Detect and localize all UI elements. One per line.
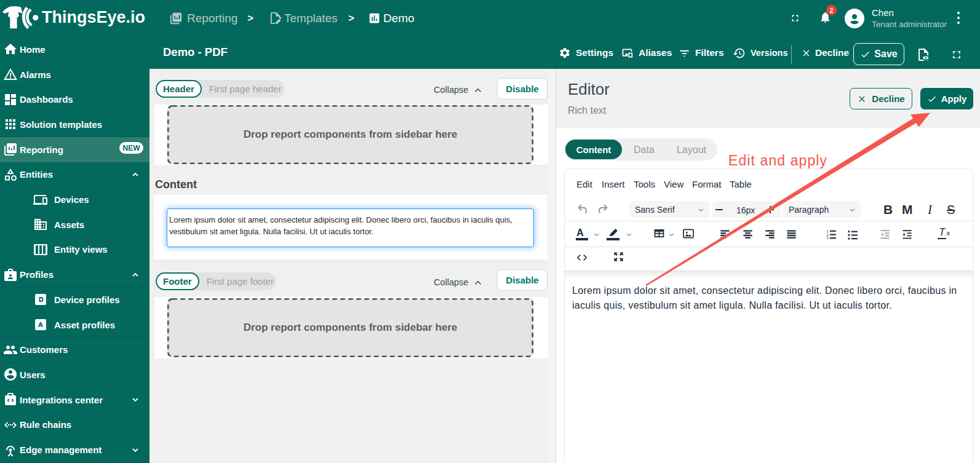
svg-text:3: 3 [827, 236, 829, 240]
